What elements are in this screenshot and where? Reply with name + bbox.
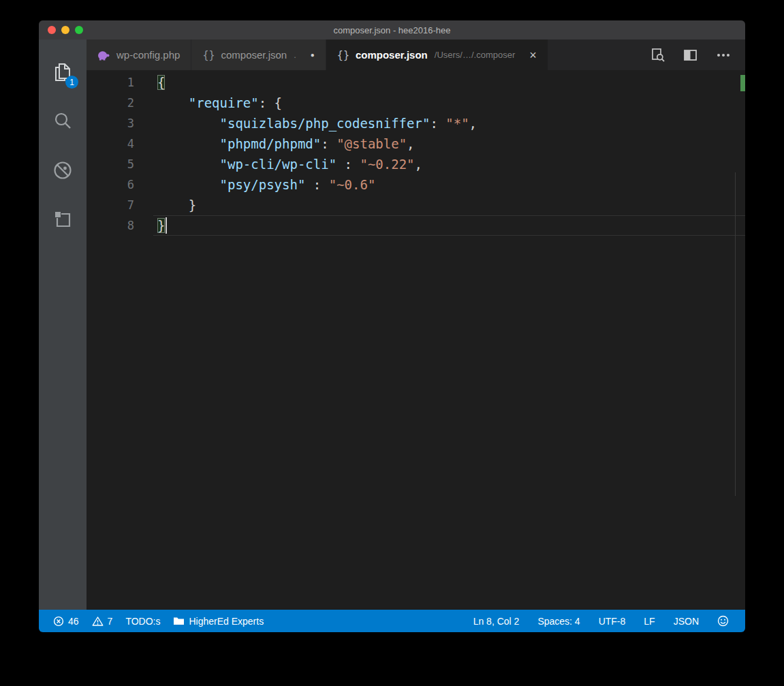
activity-bar: 1 xyxy=(39,40,87,610)
explorer-badge: 1 xyxy=(65,76,78,89)
error-icon xyxy=(53,616,64,627)
debug-icon xyxy=(52,159,74,181)
tab-description: . xyxy=(294,50,296,60)
code-line[interactable]: 7 } xyxy=(87,195,745,215)
code-text: "squizlabs/php_codesniffer": "*", xyxy=(134,113,477,134)
tab-bar: wp-config.php {} composer.json . ● {} co… xyxy=(87,40,745,70)
main-area: 1 xyxy=(39,40,745,610)
code-text: "wp-cli/wp-cli" : "~0.22", xyxy=(134,154,422,174)
line-number: 5 xyxy=(87,154,134,174)
json-braces-icon: {} xyxy=(202,49,215,61)
code-line[interactable]: 3 "squizlabs/php_codesniffer": "*", xyxy=(87,113,745,134)
code-text: } xyxy=(134,215,167,236)
sidebar-item-search[interactable] xyxy=(39,97,87,146)
sidebar-item-debug[interactable] xyxy=(39,146,87,195)
line-number: 1 xyxy=(87,72,134,93)
code-line[interactable]: 6 "psy/psysh" : "~0.6" xyxy=(87,174,745,195)
php-file-icon xyxy=(97,50,110,61)
code-text: } xyxy=(134,195,196,215)
extensions-icon xyxy=(52,209,73,230)
zoom-window-button[interactable] xyxy=(75,26,83,34)
code-line[interactable]: 2 "require": { xyxy=(87,93,745,113)
open-changes-icon[interactable] xyxy=(650,47,666,63)
tab-label: composer.json xyxy=(356,49,428,61)
line-number: 4 xyxy=(87,134,134,154)
feedback-smiley-icon[interactable] xyxy=(717,615,729,627)
scrollbar-track[interactable] xyxy=(735,172,736,496)
warning-icon xyxy=(92,616,104,627)
workspace-status[interactable]: HigherEd Experts xyxy=(173,616,264,627)
tab-label: composer.json xyxy=(221,49,287,61)
problems-errors[interactable]: 46 xyxy=(53,616,79,627)
window-title: composer.json - hee2016-hee xyxy=(333,25,450,35)
sidebar-item-explorer[interactable]: 1 xyxy=(39,48,87,97)
status-bar-left: 46 7 TODO:s xyxy=(53,616,264,627)
line-number: 3 xyxy=(87,113,134,134)
search-icon xyxy=(52,111,73,131)
line-number: 7 xyxy=(87,195,134,215)
status-bar-right: Ln 8, Col 2 Spaces: 4 UTF-8 LF JSON xyxy=(473,615,729,627)
line-number: 8 xyxy=(87,215,134,236)
error-count: 46 xyxy=(68,616,79,627)
sidebar-item-extensions[interactable] xyxy=(39,195,87,244)
tab-composer-json-global[interactable]: {} composer.json /Users/…/.composer × xyxy=(326,40,548,70)
split-editor-icon[interactable] xyxy=(683,47,699,63)
tab-composer-json-local[interactable]: {} composer.json . ● xyxy=(191,40,326,70)
todo-status[interactable]: TODO:s xyxy=(125,616,160,627)
workspace-name: HigherEd Experts xyxy=(189,616,264,627)
more-actions-icon[interactable] xyxy=(715,47,732,63)
editor-group: wp-config.php {} composer.json . ● {} co… xyxy=(87,40,745,610)
code-line[interactable]: 4 "phpmd/phpmd": "@stable", xyxy=(87,134,745,154)
minimize-window-button[interactable] xyxy=(61,26,69,34)
indentation-status[interactable]: Spaces: 4 xyxy=(537,616,580,627)
tab-label: wp-config.php xyxy=(116,49,180,61)
code-text: "phpmd/phpmd": "@stable", xyxy=(134,134,415,154)
close-tab-icon[interactable]: × xyxy=(529,49,537,61)
vscode-window: composer.json - hee2016-hee 1 xyxy=(39,20,745,632)
editor-lines: 1{2 "require": {3 "squizlabs/php_codesni… xyxy=(87,72,745,236)
tab-wp-config-php[interactable]: wp-config.php xyxy=(87,40,191,70)
modified-dot-icon[interactable]: ● xyxy=(311,51,315,59)
code-editor[interactable]: 1{2 "require": {3 "squizlabs/php_codesni… xyxy=(87,70,745,610)
title-bar[interactable]: composer.json - hee2016-hee xyxy=(39,20,745,40)
line-number: 2 xyxy=(87,93,134,113)
language-mode-status[interactable]: JSON xyxy=(674,616,699,627)
code-text: { xyxy=(134,72,165,93)
close-window-button[interactable] xyxy=(48,26,56,34)
eol-status[interactable]: LF xyxy=(644,616,655,627)
cursor-position-status[interactable]: Ln 8, Col 2 xyxy=(473,616,520,627)
editor-actions xyxy=(636,40,745,70)
traffic-lights xyxy=(48,26,83,34)
folder-icon xyxy=(173,616,185,626)
warning-count: 7 xyxy=(108,616,113,627)
problems-warnings[interactable]: 7 xyxy=(92,616,113,627)
code-line[interactable]: 8} xyxy=(87,215,745,236)
line-number: 6 xyxy=(87,174,134,195)
tab-description: /Users/…/.composer xyxy=(435,50,515,60)
code-text: "require": { xyxy=(134,93,282,113)
code-line[interactable]: 5 "wp-cli/wp-cli" : "~0.22", xyxy=(87,154,745,174)
encoding-status[interactable]: UTF-8 xyxy=(599,616,626,627)
code-text: "psy/psysh" : "~0.6" xyxy=(134,174,375,195)
json-braces-icon: {} xyxy=(337,49,349,61)
status-bar: 46 7 TODO:s xyxy=(39,610,745,632)
overview-ruler-marker xyxy=(740,75,745,91)
code-line[interactable]: 1{ xyxy=(87,72,745,93)
text-cursor xyxy=(166,217,167,234)
